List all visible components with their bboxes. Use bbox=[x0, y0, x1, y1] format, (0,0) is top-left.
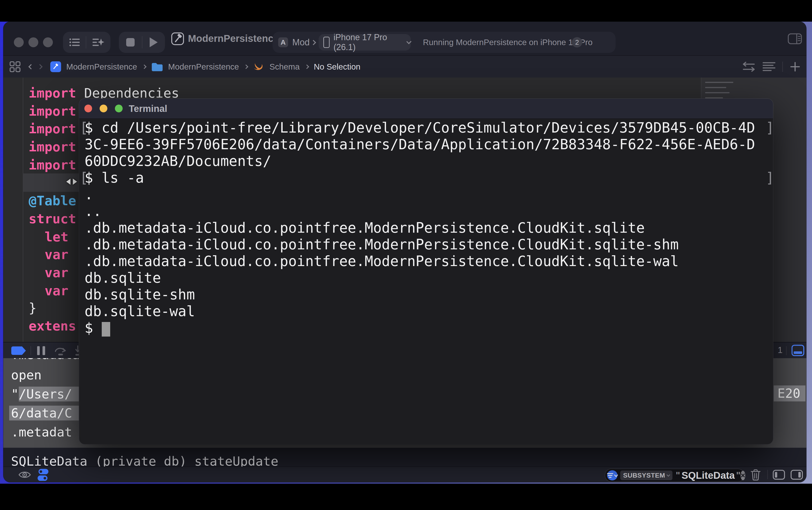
navigator-list-icon[interactable] bbox=[69, 38, 80, 47]
go-forward-icon[interactable] bbox=[37, 64, 43, 69]
terminal-window[interactable]: Terminal [ ] $ cd /Users/point-free/Libr… bbox=[79, 99, 773, 444]
code-line: let bbox=[45, 228, 68, 246]
console-selected-fragment: E20 bbox=[774, 386, 805, 401]
keyword-token: import bbox=[29, 157, 76, 172]
activity-status[interactable]: Running ModernPersistence on iPhone 17 P… bbox=[423, 32, 592, 53]
run-destination-label: iPhone 17 Pro (26.1) bbox=[334, 32, 403, 52]
terminal-minimize-button[interactable] bbox=[99, 105, 107, 112]
app-store-icon: A bbox=[278, 37, 288, 47]
breakpoints-toggle-icon[interactable] bbox=[11, 346, 26, 355]
console-line: "/Users/ bbox=[11, 387, 86, 401]
clear-console-trash-icon[interactable] bbox=[751, 469, 760, 481]
brace-token: } bbox=[29, 300, 37, 315]
crumb-file[interactable]: Schema bbox=[269, 62, 299, 72]
chevron-right-icon bbox=[244, 64, 248, 69]
crumb-selection[interactable]: No Selection bbox=[314, 62, 360, 72]
variables-panel-toggle-icon[interactable] bbox=[773, 470, 785, 480]
terminal-close-button[interactable] bbox=[84, 105, 92, 112]
window-zoom-button[interactable] bbox=[43, 37, 53, 47]
chevron-right-icon bbox=[304, 64, 309, 69]
terminal-title: Terminal bbox=[129, 99, 167, 118]
filter-menu-button[interactable] bbox=[607, 470, 617, 480]
play-button[interactable] bbox=[150, 37, 158, 47]
quick-look-eye-icon[interactable] bbox=[18, 470, 31, 479]
terminal-line: . bbox=[85, 186, 93, 203]
console-log-row[interactable]: SQLiteData (private db) stateUpdate bbox=[3, 448, 806, 466]
terminal-line: db.sqlite-wal bbox=[85, 303, 195, 320]
pause-icon[interactable] bbox=[37, 346, 40, 355]
console-line-clipped: .metadata bbox=[11, 358, 80, 362]
swap-editors-icon[interactable] bbox=[742, 61, 756, 72]
console-filter-field[interactable]: SUBSYSTEM " SQLiteData " bbox=[605, 469, 744, 482]
project-hammer-icon bbox=[171, 32, 184, 45]
swift-file-icon bbox=[253, 61, 264, 73]
minimap-mark bbox=[705, 87, 726, 88]
console-panel-toggle-icon[interactable] bbox=[790, 470, 803, 480]
keyword-token: import bbox=[29, 85, 76, 101]
iphone-icon bbox=[323, 37, 330, 48]
crumb-project[interactable]: ModernPersistence bbox=[66, 62, 137, 72]
pause-icon[interactable] bbox=[42, 346, 45, 355]
code-token: Dependencies bbox=[76, 85, 179, 101]
code-line: import bbox=[29, 120, 76, 138]
terminal-line: .db.metadata-iCloud.co.pointfree.ModernP… bbox=[85, 220, 645, 236]
keyword-token: import bbox=[29, 121, 76, 136]
filter-category-label: SUBSYSTEM bbox=[623, 472, 665, 479]
code-line: import bbox=[29, 138, 76, 156]
intelligence-sparkle-icon[interactable] bbox=[93, 37, 104, 47]
jump-bar-right-controls bbox=[742, 56, 800, 78]
keyword-token: let bbox=[45, 229, 68, 245]
terminal-line: $ ls -a bbox=[85, 169, 144, 186]
code-line: @Table bbox=[29, 192, 76, 210]
add-editor-plus-icon[interactable] bbox=[790, 62, 800, 72]
window-minimize-button[interactable] bbox=[28, 37, 38, 47]
clear-filter-button[interactable] bbox=[741, 471, 745, 480]
close-icon bbox=[741, 473, 745, 478]
terminal-line: 60DDC9232AB/Documents/ bbox=[85, 153, 271, 169]
run-destination-selector[interactable]: iPhone 17 Pro (26.1) bbox=[319, 34, 411, 51]
keyword-token: var bbox=[45, 265, 68, 280]
console-line: 6/data/C bbox=[9, 406, 86, 421]
minimap-mark bbox=[705, 92, 729, 93]
prompt-mark-close: ] bbox=[766, 169, 774, 186]
terminal-line: .. bbox=[85, 203, 102, 220]
issue-count-badge[interactable]: 2 bbox=[572, 37, 582, 48]
code-line: import bbox=[29, 156, 76, 174]
minimap-lines-icon[interactable] bbox=[763, 62, 775, 72]
console-filters-toggle-icon[interactable] bbox=[37, 469, 49, 482]
terminal-line: .db.metadata-iCloud.co.pointfree.ModernP… bbox=[85, 253, 679, 270]
breadcrumb: ModernPersistence ModernPersistence Sche… bbox=[9, 56, 360, 78]
scheme-selector[interactable]: Mod bbox=[292, 32, 310, 53]
keyword-token: extens bbox=[29, 318, 76, 334]
project-title: ModernPersistence bbox=[188, 22, 279, 55]
filter-category-token[interactable]: SUBSYSTEM bbox=[620, 471, 672, 480]
console-line: .metadat bbox=[11, 425, 72, 440]
keyword-token: var bbox=[45, 283, 68, 298]
stop-button[interactable] bbox=[126, 38, 135, 47]
console-line: open bbox=[11, 368, 41, 382]
related-items-grid-icon[interactable] bbox=[9, 61, 21, 73]
terminal-zoom-button[interactable] bbox=[115, 105, 123, 112]
xcode-toolbar: ModernPersistence A Mod iPhone 17 Pro (2… bbox=[3, 22, 806, 56]
console-selected-text: /Users/ bbox=[19, 387, 86, 401]
keyword-token: var bbox=[45, 247, 68, 262]
bottom-bar-divider bbox=[767, 470, 768, 479]
filter-quote: " bbox=[736, 470, 741, 481]
inspector-panel-toggle-icon[interactable] bbox=[788, 33, 802, 45]
chevron-right-icon bbox=[142, 64, 146, 69]
toolbar-divider bbox=[142, 36, 142, 49]
crumb-group[interactable]: ModernPersistence bbox=[168, 62, 239, 72]
log-line: SQLiteData (private db) stateUpdate bbox=[11, 454, 279, 466]
debug-area-toggle-icon[interactable] bbox=[791, 344, 805, 356]
window-close-button[interactable] bbox=[14, 37, 24, 47]
terminal-titlebar[interactable]: Terminal bbox=[79, 99, 773, 119]
step-over-icon[interactable] bbox=[54, 346, 67, 356]
console-filter-bar: SUBSYSTEM " SQLiteData " bbox=[3, 466, 806, 482]
filter-value-text[interactable]: SQLiteData bbox=[682, 470, 735, 481]
project-file-icon bbox=[50, 61, 61, 72]
code-line: } bbox=[29, 299, 37, 317]
code-line: struct bbox=[29, 210, 76, 228]
chevron-down-icon bbox=[666, 473, 670, 477]
filter-lines-icon bbox=[607, 473, 613, 478]
go-back-icon[interactable] bbox=[28, 64, 34, 69]
